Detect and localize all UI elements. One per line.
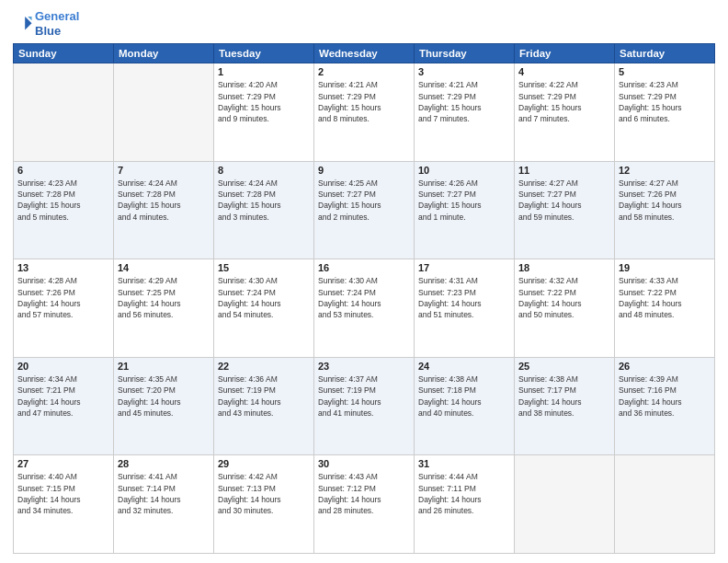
cell-info: Sunrise: 4:37 AM Sunset: 7:19 PM Dayligh… (318, 373, 410, 419)
day-number: 3 (418, 66, 510, 77)
logo-icon (13, 14, 33, 34)
cell-info: Sunrise: 4:32 AM Sunset: 7:22 PM Dayligh… (518, 275, 610, 320)
cal-cell-13: 13Sunrise: 4:28 AM Sunset: 7:26 PM Dayli… (14, 259, 114, 358)
day-number: 4 (518, 66, 610, 77)
cell-info: Sunrise: 4:21 AM Sunset: 7:29 PM Dayligh… (318, 79, 410, 124)
day-number: 23 (318, 361, 410, 372)
day-number: 9 (318, 165, 410, 176)
cal-cell-15: 15Sunrise: 4:30 AM Sunset: 7:24 PM Dayli… (214, 259, 314, 358)
cell-info: Sunrise: 4:38 AM Sunset: 7:18 PM Dayligh… (418, 373, 510, 419)
page: General Blue SundayMondayTuesdayWednesda… (0, 0, 728, 563)
cal-cell-18: 18Sunrise: 4:32 AM Sunset: 7:22 PM Dayli… (515, 259, 615, 358)
cal-cell-25: 25Sunrise: 4:38 AM Sunset: 7:17 PM Dayli… (515, 357, 615, 455)
cal-cell-26: 26Sunrise: 4:39 AM Sunset: 7:16 PM Dayli… (615, 357, 715, 455)
cal-cell-8: 8Sunrise: 4:24 AM Sunset: 7:28 PM Daylig… (214, 161, 314, 259)
day-number: 7 (118, 165, 210, 176)
cal-cell-6: 6Sunrise: 4:23 AM Sunset: 7:28 PM Daylig… (14, 161, 114, 259)
day-number: 10 (418, 165, 510, 176)
cell-info: Sunrise: 4:29 AM Sunset: 7:25 PM Dayligh… (118, 275, 210, 320)
day-number: 6 (17, 165, 109, 176)
cal-cell-19: 19Sunrise: 4:33 AM Sunset: 7:22 PM Dayli… (615, 259, 715, 358)
day-number: 14 (118, 262, 210, 273)
day-number: 21 (118, 361, 210, 372)
header: General Blue (13, 9, 715, 38)
cell-info: Sunrise: 4:43 AM Sunset: 7:12 PM Dayligh… (318, 471, 410, 516)
cal-cell-16: 16Sunrise: 4:30 AM Sunset: 7:24 PM Dayli… (314, 259, 415, 358)
day-number: 30 (318, 458, 410, 469)
cal-cell-2: 2Sunrise: 4:21 AM Sunset: 7:29 PM Daylig… (314, 63, 415, 162)
cal-cell-28: 28Sunrise: 4:41 AM Sunset: 7:14 PM Dayli… (114, 455, 214, 554)
cal-cell-31: 31Sunrise: 4:44 AM Sunset: 7:11 PM Dayli… (415, 455, 515, 554)
day-number: 19 (619, 262, 711, 273)
weekday-header-thursday: Thursday (415, 44, 515, 63)
cal-cell-4: 4Sunrise: 4:22 AM Sunset: 7:29 PM Daylig… (515, 63, 615, 162)
cal-cell-11: 11Sunrise: 4:27 AM Sunset: 7:27 PM Dayli… (515, 161, 615, 259)
day-number: 26 (619, 361, 711, 372)
cal-cell-21: 21Sunrise: 4:35 AM Sunset: 7:20 PM Dayli… (114, 357, 214, 455)
cell-info: Sunrise: 4:20 AM Sunset: 7:29 PM Dayligh… (218, 79, 310, 124)
cell-info: Sunrise: 4:22 AM Sunset: 7:29 PM Dayligh… (518, 79, 610, 124)
cal-cell-24: 24Sunrise: 4:38 AM Sunset: 7:18 PM Dayli… (415, 357, 515, 455)
day-number: 25 (518, 361, 610, 372)
day-number: 2 (318, 66, 410, 77)
cell-info: Sunrise: 4:25 AM Sunset: 7:27 PM Dayligh… (318, 178, 410, 223)
day-number: 22 (218, 361, 310, 372)
cell-info: Sunrise: 4:35 AM Sunset: 7:20 PM Dayligh… (118, 373, 210, 419)
cell-info: Sunrise: 4:27 AM Sunset: 7:27 PM Dayligh… (518, 178, 610, 223)
cal-cell-empty (114, 63, 214, 162)
day-number: 31 (418, 458, 510, 469)
cell-info: Sunrise: 4:36 AM Sunset: 7:19 PM Dayligh… (218, 373, 310, 419)
cell-info: Sunrise: 4:27 AM Sunset: 7:26 PM Dayligh… (619, 178, 711, 223)
day-number: 8 (218, 165, 310, 176)
day-number: 29 (218, 458, 310, 469)
cal-cell-3: 3Sunrise: 4:21 AM Sunset: 7:29 PM Daylig… (415, 63, 515, 162)
cell-info: Sunrise: 4:30 AM Sunset: 7:24 PM Dayligh… (218, 275, 310, 320)
cal-cell-14: 14Sunrise: 4:29 AM Sunset: 7:25 PM Dayli… (114, 259, 214, 358)
day-number: 5 (619, 66, 711, 77)
cal-cell-empty (615, 455, 715, 554)
cell-info: Sunrise: 4:40 AM Sunset: 7:15 PM Dayligh… (17, 471, 109, 516)
cal-cell-23: 23Sunrise: 4:37 AM Sunset: 7:19 PM Dayli… (314, 357, 415, 455)
cell-info: Sunrise: 4:31 AM Sunset: 7:23 PM Dayligh… (418, 275, 510, 320)
weekday-header-tuesday: Tuesday (214, 44, 314, 63)
cell-info: Sunrise: 4:44 AM Sunset: 7:11 PM Dayligh… (418, 471, 510, 516)
cal-cell-22: 22Sunrise: 4:36 AM Sunset: 7:19 PM Dayli… (214, 357, 314, 455)
cal-cell-7: 7Sunrise: 4:24 AM Sunset: 7:28 PM Daylig… (114, 161, 214, 259)
day-number: 28 (118, 458, 210, 469)
day-number: 17 (418, 262, 510, 273)
day-number: 20 (17, 361, 109, 372)
day-number: 11 (518, 165, 610, 176)
calendar-table: SundayMondayTuesdayWednesdayThursdayFrid… (13, 43, 715, 554)
cell-info: Sunrise: 4:24 AM Sunset: 7:28 PM Dayligh… (218, 178, 310, 223)
day-number: 1 (218, 66, 310, 77)
cell-info: Sunrise: 4:38 AM Sunset: 7:17 PM Dayligh… (518, 373, 610, 419)
weekday-header-monday: Monday (114, 44, 214, 63)
cell-info: Sunrise: 4:24 AM Sunset: 7:28 PM Dayligh… (118, 178, 210, 223)
cal-cell-29: 29Sunrise: 4:42 AM Sunset: 7:13 PM Dayli… (214, 455, 314, 554)
cal-cell-empty (515, 455, 615, 554)
day-number: 15 (218, 262, 310, 273)
cal-cell-30: 30Sunrise: 4:43 AM Sunset: 7:12 PM Dayli… (314, 455, 415, 554)
day-number: 12 (619, 165, 711, 176)
cal-cell-10: 10Sunrise: 4:26 AM Sunset: 7:27 PM Dayli… (415, 161, 515, 259)
cell-info: Sunrise: 4:28 AM Sunset: 7:26 PM Dayligh… (17, 275, 109, 320)
logo: General Blue (13, 9, 79, 38)
weekday-header-friday: Friday (515, 44, 615, 63)
cell-info: Sunrise: 4:34 AM Sunset: 7:21 PM Dayligh… (17, 373, 109, 419)
cell-info: Sunrise: 4:23 AM Sunset: 7:29 PM Dayligh… (619, 79, 711, 124)
weekday-header-sunday: Sunday (14, 44, 114, 63)
cal-cell-5: 5Sunrise: 4:23 AM Sunset: 7:29 PM Daylig… (615, 63, 715, 162)
cell-info: Sunrise: 4:39 AM Sunset: 7:16 PM Dayligh… (619, 373, 711, 419)
logo-text: General Blue (35, 9, 79, 38)
cal-cell-27: 27Sunrise: 4:40 AM Sunset: 7:15 PM Dayli… (14, 455, 114, 554)
day-number: 24 (418, 361, 510, 372)
cal-cell-20: 20Sunrise: 4:34 AM Sunset: 7:21 PM Dayli… (14, 357, 114, 455)
day-number: 27 (17, 458, 109, 469)
weekday-header-wednesday: Wednesday (314, 44, 415, 63)
day-number: 16 (318, 262, 410, 273)
cell-info: Sunrise: 4:33 AM Sunset: 7:22 PM Dayligh… (619, 275, 711, 320)
day-number: 13 (17, 262, 109, 273)
cal-cell-empty (14, 63, 114, 162)
cell-info: Sunrise: 4:23 AM Sunset: 7:28 PM Dayligh… (17, 178, 109, 223)
cal-cell-12: 12Sunrise: 4:27 AM Sunset: 7:26 PM Dayli… (615, 161, 715, 259)
